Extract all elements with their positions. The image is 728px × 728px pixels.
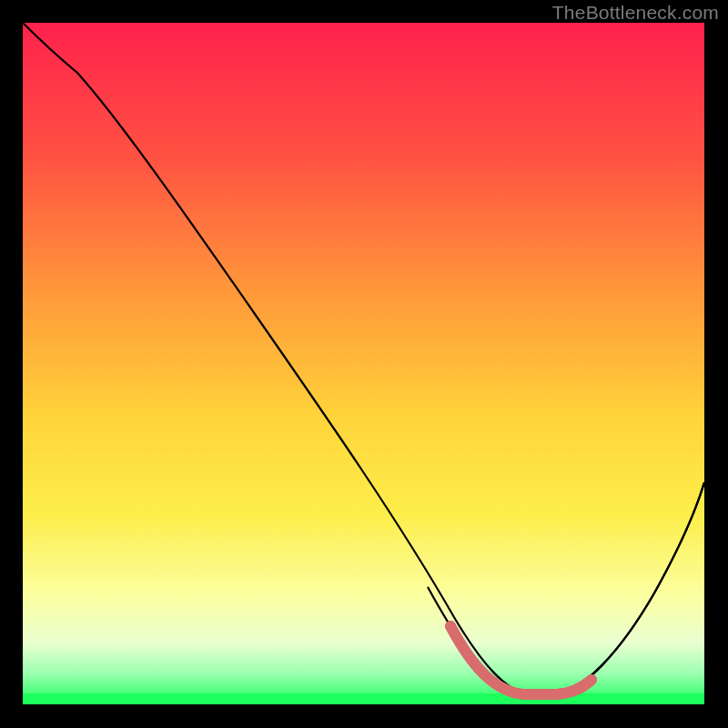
- bottleneck-chart: [0, 0, 728, 728]
- frame-bottom: [0, 704, 728, 728]
- plot-background: [23, 23, 704, 704]
- frame-left: [0, 0, 23, 728]
- watermark-label: TheBottleneck.com: [552, 2, 719, 24]
- baseline-green: [23, 693, 704, 704]
- frame-right: [704, 0, 728, 728]
